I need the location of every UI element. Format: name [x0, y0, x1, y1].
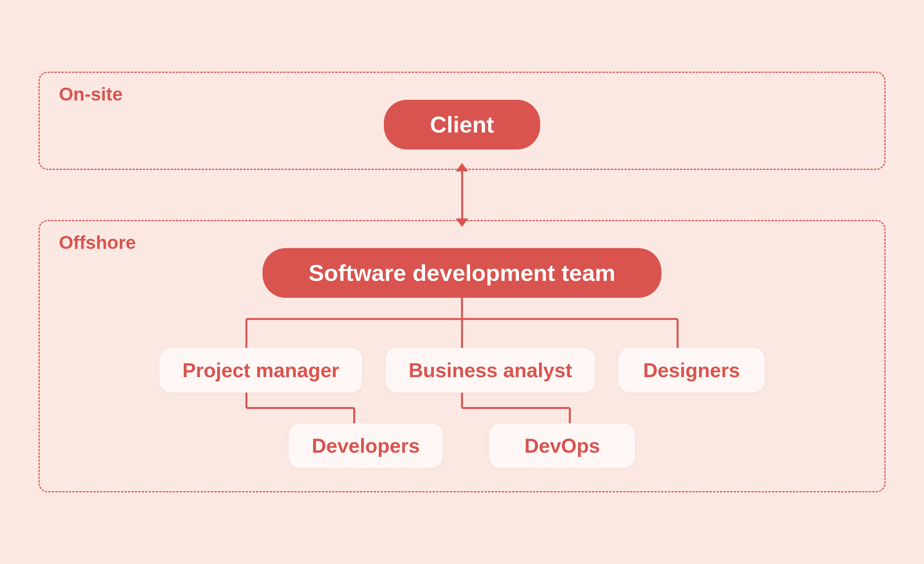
- sdt-label: Software development team: [309, 260, 616, 286]
- devops-box: DevOps: [489, 423, 635, 468]
- developers-label: Developers: [312, 434, 420, 457]
- onsite-container: On-site Client: [38, 72, 886, 170]
- offshore-container: Offshore Software development team: [38, 220, 886, 492]
- offshore-label: Offshore: [59, 232, 136, 253]
- children-row-1: Project manager Business analyst Designe…: [63, 348, 861, 393]
- sdt-box: Software development team: [263, 248, 662, 298]
- diagram-root: On-site Client Offshore Software develop…: [38, 72, 886, 492]
- onsite-label: On-site: [59, 84, 122, 105]
- devops-label: DevOps: [524, 434, 600, 457]
- tree-lines-svg: [116, 298, 808, 348]
- business-analyst-label: Business analyst: [408, 359, 572, 382]
- designers-box: Designers: [618, 348, 765, 393]
- bidirectional-arrow: [461, 170, 463, 220]
- onsite-content: Client: [63, 88, 861, 149]
- project-manager-box: Project manager: [159, 348, 363, 393]
- client-box: Client: [384, 100, 541, 149]
- children-row-2: Developers DevOps: [63, 423, 861, 468]
- designers-label: Designers: [643, 359, 740, 382]
- client-label: Client: [430, 111, 494, 138]
- developers-box: Developers: [289, 423, 443, 468]
- project-manager-label: Project manager: [182, 359, 340, 382]
- arrow-line: [461, 170, 463, 220]
- offshore-content: Software development team Project manage…: [63, 237, 861, 468]
- business-analyst-box: Business analyst: [385, 348, 595, 393]
- tree-lines-row2-svg: [116, 393, 808, 423]
